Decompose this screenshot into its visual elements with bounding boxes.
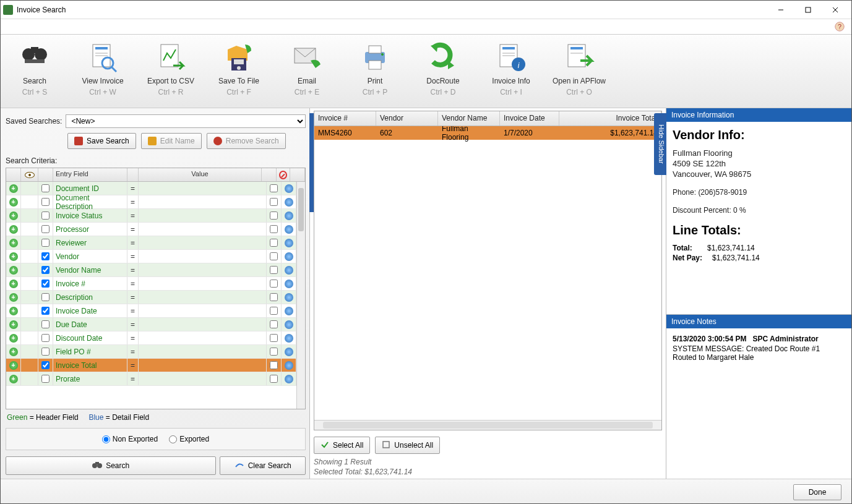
- criteria-checkbox2[interactable]: [270, 293, 278, 301]
- col-vendor-name[interactable]: Vendor Name: [438, 111, 500, 126]
- criteria-row[interactable]: + Description =: [6, 291, 296, 304]
- criteria-row[interactable]: + Field PO # =: [6, 345, 296, 359]
- saved-searches-select[interactable]: <New>: [66, 114, 306, 128]
- tool-search[interactable]: Search Ctrl + S: [1, 35, 69, 108]
- search-button[interactable]: Search: [6, 456, 216, 475]
- criteria-value[interactable]: [139, 359, 267, 372]
- globe-icon[interactable]: [285, 293, 293, 302]
- edit-name-button[interactable]: Edit Name: [141, 133, 202, 149]
- add-criteria-icon[interactable]: +: [9, 239, 18, 247]
- criteria-value[interactable]: [139, 318, 267, 331]
- criteria-checkbox[interactable]: [41, 334, 49, 342]
- globe-icon[interactable]: [285, 252, 293, 261]
- tool-export-csv[interactable]: Export to CSV Ctrl + R: [137, 35, 205, 108]
- add-criteria-icon[interactable]: +: [9, 184, 18, 193]
- globe-icon[interactable]: [285, 280, 293, 288]
- criteria-value[interactable]: [139, 263, 267, 276]
- globe-icon[interactable]: [285, 307, 293, 315]
- clear-search-button[interactable]: Clear Search: [220, 456, 306, 475]
- globe-icon[interactable]: [285, 184, 293, 193]
- criteria-row[interactable]: + Vendor Name =: [6, 263, 296, 277]
- help-icon[interactable]: ?: [834, 21, 845, 32]
- criteria-checkbox[interactable]: [41, 320, 49, 328]
- add-criteria-icon[interactable]: +: [9, 334, 18, 343]
- globe-icon[interactable]: [285, 320, 293, 329]
- criteria-value[interactable]: [139, 372, 267, 385]
- globe-icon[interactable]: [285, 225, 293, 234]
- tool-open-apflow[interactable]: Open in APFlow Ctrl + O: [545, 35, 613, 108]
- maximize-button[interactable]: [794, 1, 822, 19]
- criteria-checkbox2[interactable]: [270, 348, 278, 356]
- criteria-checkbox[interactable]: [41, 348, 49, 356]
- criteria-value[interactable]: [139, 345, 267, 358]
- add-criteria-icon[interactable]: +: [9, 320, 18, 329]
- criteria-checkbox2[interactable]: [270, 184, 278, 192]
- criteria-row[interactable]: + Invoice Total =: [6, 359, 296, 372]
- criteria-row[interactable]: + Discount Date =: [6, 331, 296, 345]
- criteria-checkbox2[interactable]: [270, 280, 278, 288]
- criteria-row[interactable]: + Document Description =: [6, 195, 296, 209]
- result-row[interactable]: MMS4260 602 Fullman Flooring 1/7/2020 $1…: [314, 126, 661, 140]
- criteria-row[interactable]: + Due Date =: [6, 318, 296, 331]
- criteria-value[interactable]: [139, 304, 267, 317]
- criteria-checkbox2[interactable]: [270, 239, 278, 247]
- add-criteria-icon[interactable]: +: [9, 266, 18, 275]
- tool-invoice-info[interactable]: i Invoice Info Ctrl + I: [477, 35, 545, 108]
- criteria-checkbox[interactable]: [41, 293, 49, 301]
- criteria-checkbox[interactable]: [41, 266, 49, 274]
- tool-save-file[interactable]: Save To File Ctrl + F: [205, 35, 273, 108]
- col-invoice-date[interactable]: Invoice Date: [500, 111, 559, 126]
- close-button[interactable]: [822, 1, 849, 19]
- criteria-checkbox2[interactable]: [270, 361, 278, 369]
- criteria-checkbox2[interactable]: [270, 211, 278, 220]
- globe-icon[interactable]: [285, 266, 293, 275]
- criteria-row[interactable]: + Prorate =: [6, 372, 296, 386]
- col-vendor[interactable]: Vendor: [376, 111, 438, 126]
- criteria-checkbox2[interactable]: [270, 307, 278, 315]
- criteria-checkbox2[interactable]: [270, 225, 278, 233]
- save-search-button[interactable]: Save Search: [67, 133, 136, 149]
- non-exported-radio[interactable]: Non Exported: [102, 435, 158, 443]
- done-button[interactable]: Done: [793, 484, 841, 500]
- criteria-value[interactable]: [139, 291, 267, 304]
- add-criteria-icon[interactable]: +: [9, 361, 18, 370]
- criteria-value[interactable]: [139, 331, 267, 344]
- unselect-all-button[interactable]: Unselect All: [375, 437, 440, 454]
- hide-sidebar-tab[interactable]: Hide Sidebar: [654, 113, 666, 175]
- criteria-row[interactable]: + Invoice # =: [6, 277, 296, 291]
- tool-view-invoice[interactable]: View Invoice Ctrl + W: [69, 35, 137, 108]
- add-criteria-icon[interactable]: +: [9, 375, 18, 383]
- criteria-checkbox2[interactable]: [270, 320, 278, 328]
- globe-icon[interactable]: [285, 198, 293, 207]
- globe-icon[interactable]: [285, 239, 293, 247]
- criteria-row[interactable]: + Invoice Status =: [6, 209, 296, 223]
- criteria-row[interactable]: + Processor =: [6, 223, 296, 236]
- criteria-value[interactable]: [139, 277, 267, 290]
- add-criteria-icon[interactable]: +: [9, 211, 18, 220]
- criteria-checkbox[interactable]: [41, 375, 49, 383]
- add-criteria-icon[interactable]: +: [9, 307, 18, 315]
- criteria-checkbox[interactable]: [41, 361, 49, 369]
- criteria-value[interactable]: [139, 195, 267, 208]
- add-criteria-icon[interactable]: +: [9, 293, 18, 302]
- globe-icon[interactable]: [285, 211, 293, 220]
- criteria-row[interactable]: + Invoice Date =: [6, 304, 296, 318]
- criteria-checkbox[interactable]: [41, 198, 49, 206]
- criteria-checkbox2[interactable]: [270, 252, 278, 260]
- tool-print[interactable]: Print Ctrl + P: [341, 35, 409, 108]
- remove-search-button[interactable]: Remove Search: [207, 133, 286, 149]
- criteria-value[interactable]: [139, 250, 267, 263]
- criteria-value[interactable]: [139, 209, 267, 222]
- criteria-checkbox[interactable]: [41, 225, 49, 233]
- add-criteria-icon[interactable]: +: [9, 198, 18, 207]
- add-criteria-icon[interactable]: +: [9, 252, 18, 261]
- add-criteria-icon[interactable]: +: [9, 225, 18, 234]
- criteria-row[interactable]: + Reviewer =: [6, 236, 296, 250]
- criteria-checkbox2[interactable]: [270, 266, 278, 274]
- criteria-checkbox[interactable]: [41, 239, 49, 247]
- tool-docroute[interactable]: DocRoute Ctrl + D: [409, 35, 477, 108]
- criteria-checkbox[interactable]: [41, 252, 49, 260]
- criteria-checkbox2[interactable]: [270, 375, 278, 383]
- minimize-button[interactable]: [767, 1, 794, 19]
- criteria-checkbox[interactable]: [41, 307, 49, 315]
